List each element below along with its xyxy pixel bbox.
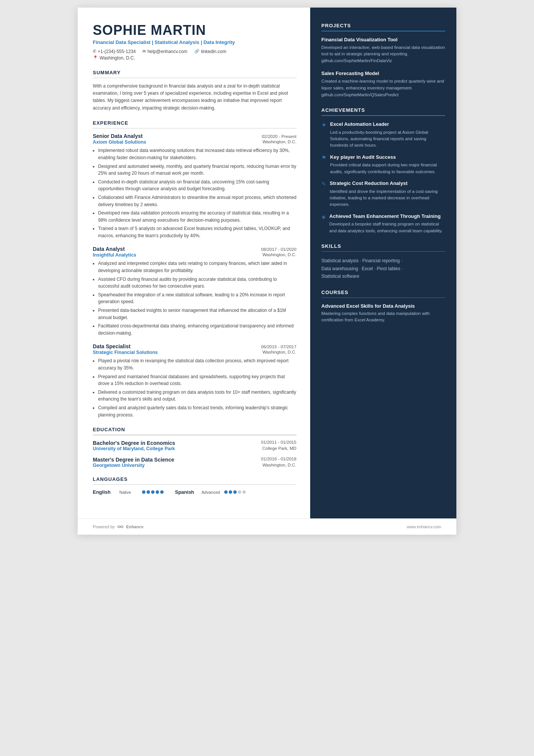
footer-left: Powered by Enhancv (93, 524, 144, 529)
job-3-company: Strategic Financial Solutions (93, 350, 158, 355)
location-icon: 📍 (93, 55, 98, 60)
job-1-company: Axiom Global Solutions (93, 139, 146, 145)
project-2: Sales Forecasting Model Created a machin… (322, 70, 445, 98)
edu-1-degree: Bachelor's Degree in Economics (93, 440, 175, 446)
skills-line-3: Statistical software (322, 274, 359, 279)
bullet: Assisted CFO during financial audits by … (98, 276, 297, 290)
education-section: EDUCATION Bachelor's Degree in Economics… (93, 427, 297, 468)
job-2-header: Data Analyst 08/2017 - 01/2020 (93, 246, 297, 252)
job-2-title: Data Analyst (93, 246, 125, 252)
job-3-title: Data Specialist (93, 343, 131, 349)
projects-divider (322, 31, 445, 31)
candidate-name: SOPHIE MARTIN (93, 23, 297, 38)
achievement-3-title: Strategic Cost Reduction Analyst (330, 180, 445, 187)
summary-divider (93, 78, 297, 78)
job-1-sub: Axiom Global Solutions Washington, D.C. (93, 139, 297, 145)
edu-1-school: University of Maryland, College Park (93, 446, 175, 451)
contact-row: ✆ +1-(234)-555-1234 ✉ help@enhancv.com 🔗… (93, 49, 297, 54)
job-1-title: Senior Data Analyst (93, 133, 143, 139)
achievement-4-content: Achieved Team Enhancement Through Traini… (329, 213, 445, 234)
bullet: Designed and automated weekly, monthly, … (98, 163, 297, 177)
job-3: Data Specialist 06/2015 - 07/2017 Strate… (93, 343, 297, 418)
lang-spanish-level: Advanced (201, 490, 220, 495)
footer-right: www.enhancv.com (407, 524, 441, 529)
edu-2-dates: 01/2016 - 01/2018 (261, 457, 296, 463)
left-column: SOPHIE MARTIN Financial Data Specialist … (78, 8, 310, 518)
achievement-2-title: Key player in Audit Success (330, 154, 445, 161)
achievement-3-icon: ✎ (322, 181, 326, 187)
achievement-1: ★ Excel Automation Leader Led a producti… (322, 121, 445, 149)
job-2: Data Analyst 08/2017 - 01/2020 Insightfu… (93, 246, 297, 337)
achievement-4-icon: ◈ (322, 214, 326, 220)
job-2-sub: Insightful Analytics Washington, D.C. (93, 252, 297, 258)
skills-divider (322, 251, 445, 252)
projects-section: PROJECTS Financial Data Visualization To… (322, 23, 445, 98)
skills-line-1: Statistical analysis · Financial reporti… (322, 258, 402, 263)
languages-row: English Native Spanish Advanced (93, 489, 297, 495)
course-1-desc: Mastering complex functions and data man… (322, 310, 445, 324)
achievement-1-title: Excel Automation Leader (330, 121, 445, 128)
achievement-4: ◈ Achieved Team Enhancement Through Trai… (322, 213, 445, 234)
bullet: Trained a team of 5 analysts on advanced… (98, 225, 297, 239)
lang-english-dots (142, 490, 164, 494)
job-3-bullets: Played a pivotal role in revamping the s… (93, 357, 297, 418)
tagline: Financial Data Specialist | Statistical … (93, 39, 297, 45)
dot (151, 490, 155, 494)
projects-title: PROJECTS (322, 23, 445, 28)
job-1-dates: 02/2020 - Present (262, 134, 296, 139)
dot (147, 490, 150, 494)
job-2-company: Insightful Analytics (93, 252, 136, 258)
achievement-2-desc: Provided critical data support during tw… (330, 162, 445, 175)
email-icon: ✉ (142, 49, 146, 54)
edu-1-sub: University of Maryland, College Park Col… (93, 446, 297, 451)
bullet: Played a pivotal role in revamping the s… (98, 357, 297, 371)
bullet: Implemented robust data warehousing solu… (98, 147, 297, 161)
dot (224, 490, 228, 494)
phone-item: ✆ +1-(234)-555-1234 (93, 49, 136, 54)
dot (233, 490, 237, 494)
languages-title: LANGUAGES (93, 476, 297, 482)
header: SOPHIE MARTIN Financial Data Specialist … (93, 23, 297, 61)
right-column: PROJECTS Financial Data Visualization To… (310, 8, 456, 518)
job-2-bullets: Analyzed and interpreted complex data se… (93, 260, 297, 337)
lang-english-level: Native (119, 490, 138, 495)
location-text: Washington, D.C. (100, 55, 135, 61)
achievements-title: ACHIEVEMENTS (322, 107, 445, 113)
job-2-location: Washington, D.C. (262, 252, 297, 258)
location-row: 📍 Washington, D.C. (93, 55, 297, 61)
languages-divider (93, 484, 297, 485)
courses-section: COURSES Advanced Excel Skills for Data A… (322, 290, 445, 324)
linkedin-icon: 🔗 (194, 49, 200, 54)
summary-title: SUMMARY (93, 70, 297, 75)
dot (142, 490, 145, 494)
bullet: Developed new data validation protocols … (98, 210, 297, 224)
edu-1-dates: 01/2011 - 01/2015 (261, 440, 296, 446)
languages-section: LANGUAGES English Native (93, 476, 297, 495)
footer-website: www.enhancv.com (407, 524, 441, 529)
education-divider (93, 435, 297, 435)
summary-text: With a comprehensive background in finan… (93, 83, 297, 112)
achievement-2-icon: ⚑ (322, 155, 326, 161)
edu-1: Bachelor's Degree in Economics 01/2011 -… (93, 440, 297, 451)
edu-2: Master's Degree in Data Science 01/2016 … (93, 457, 297, 468)
achievement-1-icon: ★ (322, 122, 326, 128)
dot-empty (242, 490, 246, 494)
edu-2-school: Georgetown University (93, 463, 145, 468)
edu-2-sub: Georgetown University Washington, D.C. (93, 463, 297, 468)
lang-spanish-dots (224, 490, 246, 494)
job-1-bullets: Implemented robust data warehousing solu… (93, 147, 297, 239)
experience-section: EXPERIENCE Senior Data Analyst 02/2020 -… (93, 120, 297, 418)
courses-title: COURSES (322, 290, 445, 295)
dot (156, 490, 159, 494)
achievement-4-desc: Developed a bespoke staff training progr… (329, 221, 445, 234)
powered-by-text: Powered by (93, 524, 115, 529)
achievement-2: ⚑ Key player in Audit Success Provided c… (322, 154, 445, 175)
job-1-header: Senior Data Analyst 02/2020 - Present (93, 133, 297, 139)
email-text: help@enhancv.com (147, 49, 187, 54)
edu-2-header: Master's Degree in Data Science 01/2016 … (93, 457, 297, 463)
tagline-text: Financial Data Specialist | Statistical … (93, 39, 235, 45)
achievement-2-content: Key player in Audit Success Provided cri… (330, 154, 445, 175)
enhancv-logo-icon (117, 524, 124, 529)
email-item: ✉ help@enhancv.com (142, 49, 187, 54)
achievement-4-title: Achieved Team Enhancement Through Traini… (329, 213, 445, 220)
